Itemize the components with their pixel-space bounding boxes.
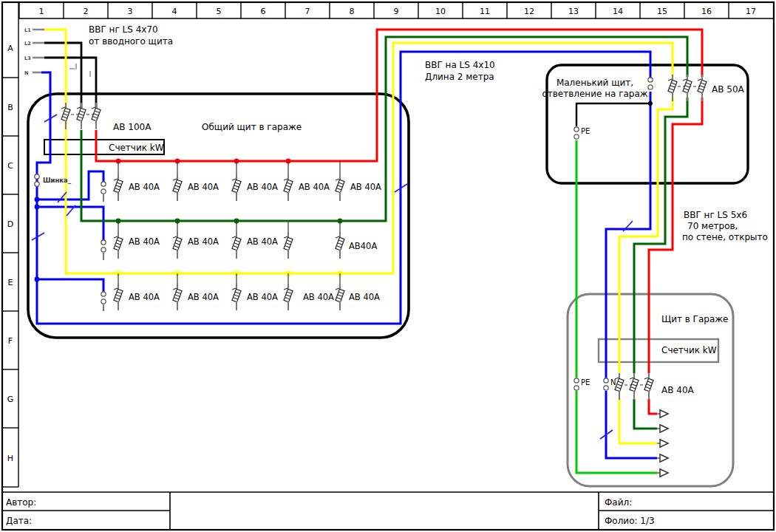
row-label: G — [7, 395, 14, 404]
title-block: Автор: Дата: Файл: Фолио: 1/3 — [2, 492, 774, 530]
wiring-diagram: 1 2 3 4 5 6 7 8 9 10 11 12 13 14 15 16 1… — [0, 0, 776, 532]
breaker-label: АВ 40А — [129, 182, 160, 192]
breaker-label: АВ 40А — [247, 182, 278, 192]
row-ruler: A B C D E F G H — [7, 44, 14, 463]
link-cable-label-1: ВВГ на LS 4х10 — [425, 60, 495, 70]
small-panel-breaker-50a — [668, 75, 707, 101]
breaker-label: АВ 40А — [247, 236, 278, 247]
small-panel-breaker-label: АВ 50А — [712, 84, 745, 95]
col-label: 8 — [350, 7, 355, 16]
garage-pe-label: РЕ — [581, 378, 590, 386]
breaker-label: АВ 40А — [129, 292, 160, 302]
row3-n-terminal — [101, 292, 106, 304]
small-panel-title-2: ответвление на гараж — [542, 89, 647, 99]
col-label: 15 — [657, 7, 667, 16]
col-label: 2 — [84, 7, 89, 16]
col-label: 9 — [394, 7, 399, 16]
cable-count-marks — [32, 115, 633, 439]
author-label: Автор: — [6, 497, 36, 508]
input-cable-label-2: от вводного щита — [89, 36, 173, 47]
out-cable-label-1: ВВГ нг LS 5х6 — [684, 210, 747, 220]
col-label: 1 — [39, 7, 44, 16]
input-stubs — [33, 30, 44, 72]
busbar-label: Шинка_ — [43, 177, 72, 184]
col-label: 10 — [435, 7, 446, 16]
garage-breaker-label: АВ 40А — [661, 385, 695, 395]
garage-meter-label: Счетчик kW — [661, 345, 717, 355]
date-label: Дата: — [6, 516, 32, 526]
garage-breaker-40a — [615, 373, 653, 400]
output-arrow-neutral — [657, 454, 668, 462]
col-label: 6 — [261, 7, 266, 16]
row-label: A — [7, 44, 13, 53]
breaker-label: АВ 40А — [299, 182, 330, 192]
output-arrow-phase-c — [657, 410, 668, 417]
breaker-label: АВ 40А — [188, 182, 219, 192]
l2-label: L2 — [24, 41, 31, 47]
pe-wire-green — [576, 140, 657, 473]
main-breaker-label: АВ 100А — [113, 122, 152, 132]
small-panel-n-terminal — [648, 78, 653, 89]
breaker-label: АВ 40А — [129, 236, 160, 247]
garage-pe-terminal — [574, 378, 579, 390]
breaker-label: АВ 40А — [188, 292, 219, 302]
l1-label: L1 — [24, 27, 31, 33]
output-arrow-phase-b — [657, 425, 668, 432]
col-label: 7 — [305, 7, 310, 16]
main-meter-label: Счетчик kW — [109, 143, 164, 153]
row-label: B — [7, 103, 13, 112]
branch-drops — [118, 161, 340, 286]
output-arrow-phase-a — [657, 440, 668, 447]
n-label: N — [24, 70, 28, 76]
file-label: Файл: — [605, 497, 632, 508]
out-cable-label-2: 70 метров, — [687, 221, 738, 231]
link-cable-label-2: Длина 2 метра — [425, 72, 494, 82]
drawing-frame — [2, 2, 774, 530]
misc-gray-ticks — [69, 64, 90, 77]
col-label: 4 — [172, 7, 177, 16]
row-label: F — [8, 336, 13, 346]
breaker-label: АВ 40А — [303, 292, 334, 302]
col-label: 14 — [613, 7, 623, 16]
breaker-label: АВ 40А — [349, 292, 380, 302]
output-arrow-pe — [657, 469, 668, 477]
column-ruler: 1 2 3 4 5 6 7 8 9 10 11 12 13 14 15 16 1… — [39, 7, 757, 16]
schematic-page: 1 2 3 4 5 6 7 8 9 10 11 12 13 14 15 16 1… — [0, 0, 776, 532]
small-panel-title-1: Маленький щит, — [557, 78, 633, 88]
garage-n-terminal — [604, 378, 608, 390]
neutral-wire — [37, 52, 657, 458]
phase-l3-wire-black — [44, 58, 96, 109]
row1-n-terminal — [101, 182, 106, 194]
out-cable-label-3: по стене, открыто — [682, 232, 768, 242]
main-incomer-breaker-100a — [61, 103, 101, 129]
garage-n-label: N — [610, 378, 616, 386]
breaker-label: АВ40А — [349, 241, 377, 251]
col-label: 12 — [524, 7, 534, 16]
small-panel-pe-label: РЕ — [581, 127, 590, 135]
pe-tap-wire-black — [576, 103, 650, 126]
pe-tap-junction — [648, 101, 653, 106]
row-label: C — [7, 161, 13, 171]
col-label: 17 — [746, 7, 756, 16]
breaker-label: АВ 40А — [350, 182, 381, 192]
small-panel-pe-terminal — [574, 127, 579, 139]
row-label: D — [7, 219, 13, 229]
row-label: E — [8, 278, 13, 287]
row2-n-terminal — [101, 240, 106, 252]
row-label: H — [7, 454, 13, 463]
folio-label: Фолио: 1/3 — [605, 516, 655, 526]
col-label: 3 — [128, 7, 133, 16]
col-label: 16 — [701, 7, 712, 16]
main-panel-title: Общий щит в гараже — [202, 122, 302, 132]
input-cable-label-1: ВВГ нг LS 4х70 — [89, 24, 158, 35]
breaker-label: АВ 40А — [247, 292, 278, 302]
col-label: 13 — [568, 7, 579, 16]
l3-label: L3 — [24, 55, 31, 61]
breaker-label: АВ 40А — [188, 236, 219, 247]
garage-panel-title: Щит в Гараже — [661, 314, 728, 324]
col-label: 5 — [217, 7, 222, 16]
col-label: 11 — [480, 7, 490, 16]
